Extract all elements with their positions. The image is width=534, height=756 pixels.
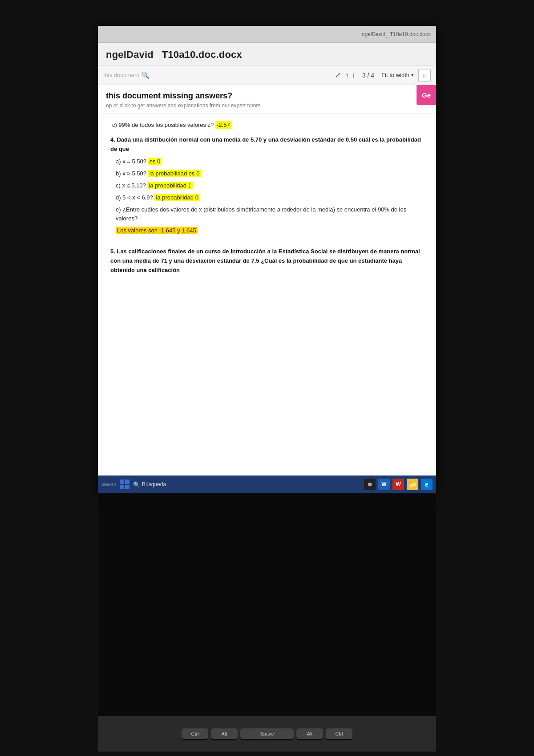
- taskbar-label: oleado: [101, 482, 116, 487]
- bottom-dark-area: Ctrl Alt Space Alt Ctrl: [98, 493, 436, 752]
- q4a-answer: es 0: [148, 158, 162, 165]
- fit-to-width-label: Fit to width: [381, 72, 409, 78]
- expand-icon[interactable]: ⤢: [335, 71, 341, 79]
- grid-cell-3: [120, 485, 124, 489]
- q4b-label: b) x > 5.50?: [116, 170, 146, 177]
- taskbar-search-label: Búsqueda: [142, 481, 166, 488]
- grid-cell-2: [125, 480, 129, 484]
- nav-up-arrow[interactable]: ↑: [345, 71, 349, 79]
- page-indicator: 3 / 4: [360, 72, 377, 79]
- taskbar-icon-word-1[interactable]: W: [378, 479, 390, 490]
- keyboard-key-1[interactable]: Ctrl: [182, 728, 208, 739]
- question-c-block: c) 99% de todos los posibles valores z? …: [109, 121, 425, 130]
- missing-answers-title: this document missing answers?: [106, 91, 428, 101]
- missing-answers-banner: this document missing answers? op or cli…: [98, 85, 436, 114]
- q4e-label: e) ¿Entre cuáles dos valores de x (distr…: [116, 206, 406, 222]
- question-c-text: c) 99% de todos los posibles valores z?: [112, 122, 214, 128]
- keyboard-key-4[interactable]: Ctrl: [326, 728, 352, 739]
- corner-btn-icon: □: [423, 73, 426, 78]
- taskbar-icon-word-2[interactable]: W: [392, 479, 404, 490]
- keyboard-area: Ctrl Alt Space Alt Ctrl: [98, 716, 436, 752]
- taskbar-icon-black-square[interactable]: ■: [364, 479, 376, 490]
- screen-frame: ngelDavid_ T10a10.doc.docx ngelDavid_ T1…: [98, 26, 436, 493]
- keyboard-key-2[interactable]: Alt: [211, 728, 238, 739]
- title-bar: ngelDavid_ T10a10.doc.docx: [98, 26, 436, 43]
- q4c: c) x ≤ 5.10? la probabilidad 1: [109, 181, 425, 191]
- fit-to-width-button[interactable]: Fit to width ▾: [381, 72, 414, 78]
- grid-cell-1: [120, 480, 124, 484]
- q4e: e) ¿Entre cuáles dos valores de x (distr…: [109, 205, 425, 224]
- q4a-label: a) x = 5.50?: [116, 158, 146, 165]
- q4c-label: c) x ≤ 5.10?: [116, 182, 146, 189]
- q4b-answer: la probabilidad es 0: [148, 170, 201, 177]
- question-5-title: 5. Las calificaciones finales de un curs…: [109, 247, 425, 275]
- get-answers-button[interactable]: Ge: [417, 85, 436, 105]
- q4e-answer-block: Los valores son -1.645 y 1.645: [109, 226, 425, 236]
- missing-answers-subtitle: op or click to get answers and explanati…: [106, 102, 428, 109]
- q4e-answer: Los valores son -1.645 y 1.645: [116, 227, 198, 234]
- keyboard-key-3[interactable]: Alt: [296, 728, 323, 739]
- keyboard-key-space[interactable]: Space: [240, 728, 294, 739]
- taskbar: oleado 🔍 Búsqueda ■ W W 📁 e: [98, 476, 436, 493]
- q4b: b) x > 5.50? la probabilidad es 0: [109, 169, 425, 179]
- question-4-block: 4. Dada una distribución normal con una …: [109, 135, 425, 236]
- taskbar-icons-group: ■ W W 📁 e: [364, 479, 433, 490]
- nav-down-arrow[interactable]: ↓: [352, 71, 355, 79]
- doc-content: c) 99% de todos los posibles valores z? …: [98, 114, 436, 476]
- question-5-block: 5. Las calificaciones finales de un curs…: [109, 243, 425, 275]
- search-placeholder-text: this document: [103, 72, 139, 78]
- q4a: a) x = 5.50? es 0: [109, 157, 425, 167]
- fit-to-width-chevron: ▾: [411, 72, 414, 78]
- doc-title-bar: ngelDavid_ T10a10.doc.docx: [98, 43, 436, 65]
- grid-cell-4: [125, 485, 129, 489]
- taskbar-grid-icon[interactable]: [120, 480, 129, 489]
- toolbar-nav: ↑ ↓: [345, 71, 355, 79]
- question-4-title: 4. Dada una distribución normal con una …: [109, 135, 425, 154]
- question-c-answer: -2.57: [215, 121, 231, 129]
- q4d: d) 5 < x < 6.9? la probabilidad 0: [109, 193, 425, 203]
- doc-filename: ngelDavid_ T10a10.doc.docx: [106, 49, 242, 60]
- q4d-answer: la probabilidad 0: [154, 194, 199, 201]
- taskbar-search-area[interactable]: 🔍 Búsqueda: [133, 481, 360, 488]
- q4d-label: d) 5 < x < 6.9?: [116, 194, 153, 201]
- search-icon[interactable]: 🔍: [141, 71, 150, 79]
- taskbar-icon-edge[interactable]: e: [421, 479, 433, 490]
- q4c-answer: la probabilidad 1: [147, 182, 192, 189]
- toolbar-search-area: this document 🔍: [103, 71, 331, 79]
- corner-button[interactable]: □: [418, 69, 431, 81]
- title-bar-right-text: ngelDavid_ T10a10.doc.docx: [362, 31, 431, 37]
- toolbar: this document 🔍 ⤢ ↑ ↓ 3 / 4 Fit to width…: [98, 65, 436, 85]
- taskbar-icon-folder[interactable]: 📁: [407, 479, 418, 490]
